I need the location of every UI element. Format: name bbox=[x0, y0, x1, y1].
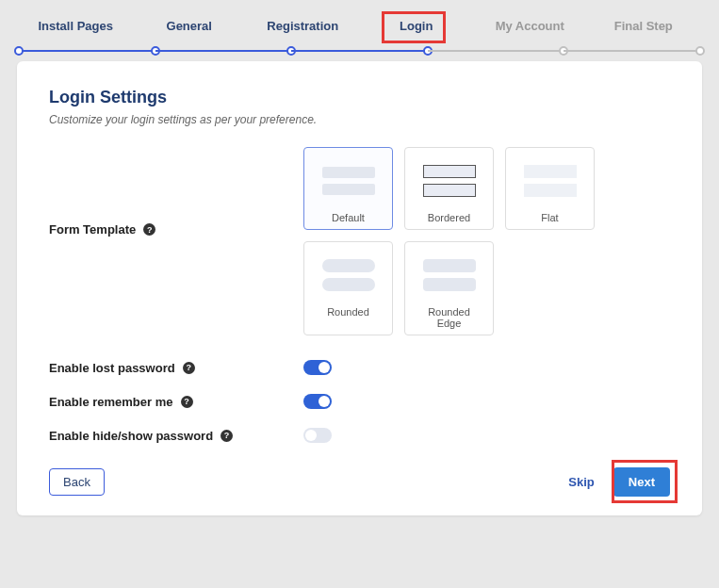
row-hide-show-password: Enable hide/show password ? bbox=[49, 428, 670, 443]
template-bordered[interactable]: Bordered bbox=[404, 147, 494, 230]
row-lost-password: Enable lost password ? bbox=[49, 360, 670, 375]
help-icon[interactable]: ? bbox=[183, 362, 195, 374]
step-general[interactable]: General bbox=[133, 19, 247, 52]
step-progress-line bbox=[19, 50, 700, 52]
skip-button[interactable]: Skip bbox=[568, 475, 594, 489]
row-remember-me: Enable remember me ? bbox=[49, 394, 670, 409]
footer: Back Skip Next bbox=[49, 467, 670, 497]
toggle-remember-me[interactable] bbox=[303, 394, 332, 409]
template-default[interactable]: Default bbox=[303, 147, 393, 230]
toggle-lost-password[interactable] bbox=[303, 360, 332, 375]
stepper: Install Pages General Registration Login… bbox=[0, 0, 719, 52]
template-options: Default Bordered Flat Rounded Rounded Ed… bbox=[303, 147, 624, 335]
help-icon[interactable]: ? bbox=[143, 223, 155, 236]
step-registration[interactable]: Registration bbox=[246, 19, 360, 52]
template-rounded[interactable]: Rounded bbox=[303, 241, 393, 335]
step-final-step[interactable]: Final Step bbox=[587, 19, 701, 52]
template-rounded-edge[interactable]: Rounded Edge bbox=[404, 241, 494, 335]
help-icon[interactable]: ? bbox=[221, 430, 233, 442]
step-login[interactable]: Login bbox=[360, 19, 474, 52]
remember-me-label: Enable remember me ? bbox=[49, 395, 303, 409]
step-install-pages[interactable]: Install Pages bbox=[19, 19, 133, 52]
form-template-label: Form Template ? bbox=[49, 147, 303, 237]
next-button[interactable]: Next bbox=[613, 467, 670, 497]
row-form-template: Form Template ? Default Bordered Flat Ro… bbox=[49, 147, 670, 335]
template-flat[interactable]: Flat bbox=[505, 147, 595, 230]
page-title: Login Settings bbox=[49, 88, 670, 107]
toggle-hide-show-password[interactable] bbox=[303, 428, 332, 443]
settings-card: Login Settings Customize your login sett… bbox=[17, 61, 702, 515]
lost-password-label: Enable lost password ? bbox=[49, 361, 303, 375]
help-icon[interactable]: ? bbox=[181, 396, 193, 408]
page-subtitle: Customize your login settings as per you… bbox=[49, 113, 670, 126]
step-my-account[interactable]: My Account bbox=[473, 19, 587, 52]
back-button[interactable]: Back bbox=[49, 468, 105, 496]
hide-show-password-label: Enable hide/show password ? bbox=[49, 429, 303, 443]
